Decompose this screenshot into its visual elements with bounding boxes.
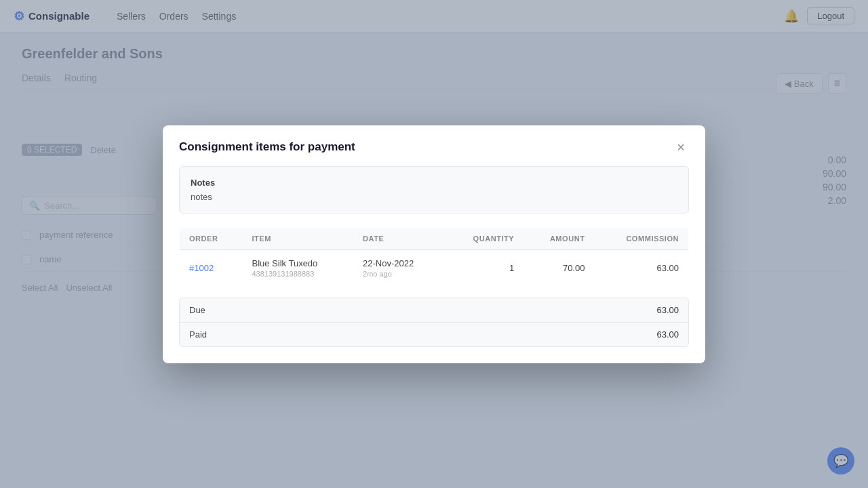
cell-commission: 63.00 (594, 249, 688, 286)
notes-value: notes (191, 192, 677, 202)
col-order: ORDER (180, 227, 243, 249)
cell-order: #1002 (180, 249, 243, 286)
paid-value: 63.00 (656, 329, 679, 340)
modal: Consignment items for payment × Notes no… (163, 125, 705, 363)
item-name: Blue Silk Tuxedo (252, 258, 344, 268)
date-primary: 22-Nov-2022 (363, 258, 435, 268)
item-id: 438139131988883 (252, 270, 344, 278)
table-header-row: ORDER ITEM DATE QUANTITY AMOUNT COMMISSI… (180, 227, 689, 249)
modal-overlay[interactable]: Consignment items for payment × Notes no… (0, 0, 868, 488)
summary-section: Due 63.00 Paid 63.00 (179, 298, 689, 347)
paid-label: Paid (189, 329, 207, 340)
table-row: #1002 Blue Silk Tuxedo 438139131988883 2… (180, 249, 689, 286)
order-link[interactable]: #1002 (189, 263, 214, 273)
notes-section: Notes notes (179, 166, 689, 214)
modal-title: Consignment items for payment (179, 140, 355, 154)
cell-quantity: 1 (445, 249, 524, 286)
summary-paid-row: Paid 63.00 (179, 322, 689, 347)
col-commission: COMMISSION (594, 227, 688, 249)
col-quantity: QUANTITY (445, 227, 524, 249)
col-item: ITEM (242, 227, 353, 249)
modal-header: Consignment items for payment × (163, 125, 705, 166)
modal-body: Notes notes ORDER ITEM DATE QUANTITY AMO… (163, 166, 705, 363)
items-table: ORDER ITEM DATE QUANTITY AMOUNT COMMISSI… (179, 227, 689, 287)
cell-date: 22-Nov-2022 2mo ago (353, 249, 445, 286)
date-relative: 2mo ago (363, 270, 435, 278)
col-date: DATE (353, 227, 445, 249)
due-label: Due (189, 305, 205, 315)
due-value: 63.00 (656, 305, 679, 315)
notes-label: Notes (191, 178, 677, 188)
cell-amount: 70.00 (524, 249, 594, 286)
col-amount: AMOUNT (524, 227, 594, 249)
cell-item: Blue Silk Tuxedo 438139131988883 (242, 249, 353, 286)
modal-close-button[interactable]: × (673, 139, 689, 155)
summary-due-row: Due 63.00 (179, 298, 689, 322)
